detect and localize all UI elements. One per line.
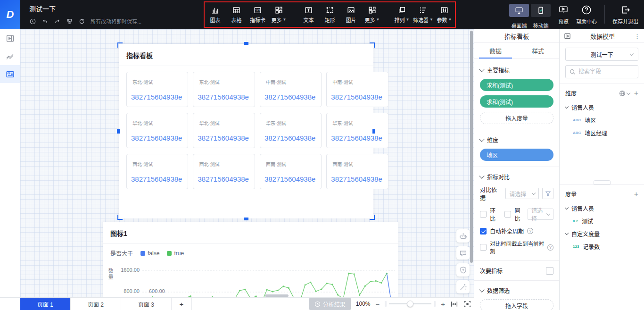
kpi-card[interactable]: 华东-测试382715604938e (260, 113, 322, 148)
dimension-pill[interactable]: 地区 (480, 149, 553, 161)
zoom-out-button[interactable]: − (375, 301, 380, 308)
info-icon[interactable]: ? (527, 228, 533, 234)
dimension-field-region[interactable]: ABC地区 (565, 114, 638, 126)
field-search[interactable] (565, 65, 638, 78)
format-brush-icon[interactable] (66, 18, 73, 25)
toolbar-more-media-button[interactable]: 更多▼ (362, 6, 383, 24)
desktop-mode-button[interactable] (509, 4, 529, 17)
collapse-panel-icon[interactable] (564, 33, 571, 40)
toolbar-image-button[interactable]: 图片 (340, 6, 362, 24)
kpi-card-label: 华北-测试 (132, 119, 182, 126)
panel-resize-handle[interactable] (594, 180, 611, 184)
tab-data[interactable]: 数据 (474, 43, 517, 58)
app-logo[interactable]: D (0, 0, 20, 29)
history-icon[interactable] (29, 18, 36, 25)
kpi-card[interactable]: 中南-测试382715604938e (260, 72, 322, 107)
zoom-in-button[interactable]: + (441, 301, 445, 308)
measure-field-record-count[interactable]: 123记录数 (565, 240, 638, 253)
canvas-vertical-scrollbar[interactable] (470, 31, 473, 263)
fit-width-button[interactable] (450, 300, 458, 308)
zoom-slider-handle[interactable] (407, 301, 413, 307)
design-canvas[interactable]: 指标看板 东北-测试382715604938e 东北-测试38271560493… (20, 29, 474, 297)
compare-filter-button[interactable] (542, 188, 553, 199)
tab-style[interactable]: 样式 (517, 43, 559, 58)
undo-icon[interactable] (41, 18, 48, 25)
toolbar-more-charts-button[interactable]: 更多▼ (268, 6, 289, 24)
globe-filter-button[interactable] (619, 90, 630, 97)
kpi-card[interactable]: 西北-测试382715604938e (126, 154, 188, 189)
line-chart-widget[interactable]: 图标1 是否大于 false true 1600.00 800.00 600.0… (103, 222, 398, 297)
auto-complete-checkbox[interactable] (480, 228, 487, 235)
measure-field-test[interactable]: 0.2测试 (565, 215, 638, 227)
ai-robot-button[interactable] (456, 229, 470, 243)
measure-group-sales[interactable]: 销售人员 (565, 202, 638, 215)
section-indicator-compare[interactable]: 指标对比 (480, 173, 553, 181)
fit-screen-button[interactable] (463, 300, 471, 308)
dataset-select[interactable]: 测试一下 (565, 48, 638, 61)
rail-trend-button[interactable] (0, 47, 20, 65)
magic-wand-button[interactable] (456, 280, 470, 293)
add-page-button[interactable]: + (172, 298, 192, 310)
section-dimension[interactable]: 维度 (480, 136, 553, 144)
help-center-button[interactable]: 帮助中心 (576, 5, 597, 25)
page-tab-1[interactable]: 页面 1 (20, 298, 71, 310)
kpi-card-label: 东北-测试 (199, 78, 248, 85)
rail-slides-button[interactable] (0, 29, 20, 47)
drop-measure-zone[interactable]: 拖入度量 (480, 112, 553, 124)
compare-basis-select[interactable]: 请选择 (505, 188, 539, 199)
measure-group-custom[interactable]: 自定义度量 (565, 227, 638, 240)
secondary-indicator-checkbox[interactable] (546, 267, 553, 275)
legend-item-false[interactable]: false (140, 250, 159, 257)
field-search-input[interactable] (578, 68, 634, 75)
toolbar-rectangle-button[interactable]: 矩形 (319, 6, 340, 24)
kpi-card[interactable]: 西南-测试382715604938e (326, 154, 388, 189)
refresh-icon[interactable] (78, 18, 85, 25)
page-tab-3[interactable]: 页面 3 (121, 298, 172, 310)
legend-item-true[interactable]: true (167, 250, 184, 257)
toolbar-text-button[interactable]: 文本 (298, 6, 319, 24)
kpi-card[interactable]: 东北-测试382715604938e (193, 72, 255, 107)
kpi-card[interactable]: 西北-测试382715604938e (193, 154, 255, 189)
yoy-checkbox[interactable] (504, 211, 511, 218)
dimension-group-sales[interactable]: 销售人员 (565, 101, 638, 114)
mom-checkbox[interactable] (480, 211, 487, 218)
zoom-slider[interactable] (385, 301, 436, 307)
info-icon[interactable]: ? (547, 244, 553, 251)
dimension-field-region-manager[interactable]: ABC地区经理 (565, 126, 638, 139)
save-exit-label: 保存并退出 (612, 17, 638, 25)
measure-pill[interactable]: 求和(测试) (480, 79, 553, 91)
toolbar-params-button[interactable]: 参数▼ (434, 6, 455, 24)
mobile-mode-button[interactable] (531, 4, 551, 17)
redo-icon[interactable] (54, 18, 60, 25)
shield-add-button[interactable] (456, 263, 470, 276)
kpi-card[interactable]: 西南-测试382715604938e (260, 154, 322, 189)
add-dimension-button[interactable]: + (634, 90, 638, 97)
kpi-board-widget[interactable]: 指标看板 东北-测试382715604938e 东北-测试38271560493… (119, 44, 373, 218)
toolbar-chart-button[interactable]: 图表 (205, 6, 226, 24)
kpi-card[interactable]: 华北-测试382715604938e (126, 113, 188, 148)
save-exit-button[interactable]: 保存并退出 (612, 5, 638, 25)
toolbar-indicator-card-button[interactable]: 123 指标卡 (247, 6, 268, 24)
toolbar-filter-button[interactable]: 筛选器▼ (413, 6, 434, 24)
comment-button[interactable] (456, 246, 470, 260)
compare-until-checkbox[interactable] (480, 244, 487, 251)
kpi-card[interactable]: 华北-测试382715604938e (193, 113, 255, 148)
yoy-select[interactable]: 请选择 (528, 209, 553, 220)
section-data-filter[interactable]: 数据筛选 (480, 286, 553, 294)
rail-dashboard-button[interactable] (0, 65, 20, 83)
kebab-menu-icon[interactable]: ⋮ (634, 33, 640, 40)
analysis-result-button[interactable]: 分析结果 (309, 298, 351, 310)
kpi-card[interactable]: 东北-测试382715604938e (126, 72, 188, 107)
toolbar-group-media: 文本 矩形 图片 更多▼ (298, 6, 383, 24)
kpi-card[interactable]: 中南-测试382715604938e (326, 72, 388, 107)
page-tab-2[interactable]: 页面 2 (71, 298, 121, 310)
drop-field-zone[interactable]: 拖入字段 (480, 299, 553, 310)
add-measure-button[interactable]: + (634, 191, 638, 198)
section-primary-indicator[interactable]: 主要指标 (480, 66, 553, 74)
canvas-horizontal-scrollbar[interactable] (265, 294, 289, 297)
preview-button[interactable]: 预览 (558, 5, 569, 25)
toolbar-table-button[interactable]: 表格 (226, 6, 247, 24)
kpi-card[interactable]: 华东-测试382715604938e (326, 113, 388, 148)
measure-pill[interactable]: 求和(测试) (480, 95, 553, 108)
toolbar-arrange-button[interactable]: 排列▼ (391, 6, 413, 24)
